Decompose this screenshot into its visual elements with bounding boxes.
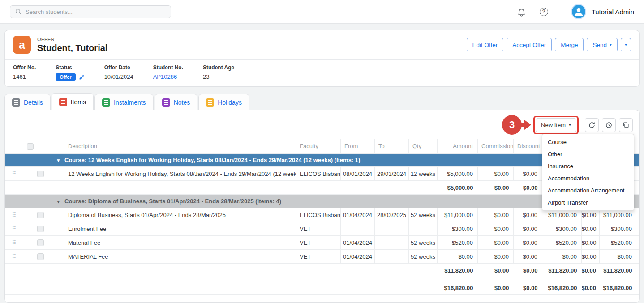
row-checkbox[interactable] <box>37 212 44 218</box>
chevron-down-icon: ▾ <box>569 123 571 127</box>
item-commission: $0.00 <box>478 250 514 264</box>
search-input[interactable] <box>26 9 166 15</box>
more-actions-button[interactable]: ▾ <box>621 38 631 51</box>
drag-handle-icon[interactable]: ⠿ <box>12 170 16 177</box>
top-bar: ? Tutorial Admin <box>0 0 644 24</box>
avatar[interactable] <box>571 4 586 19</box>
item-description: MATERIAL Fee <box>58 250 296 264</box>
student-number-field: Student No. AP10286 <box>153 64 183 81</box>
collapse-group-icon[interactable]: ▾ <box>57 199 60 204</box>
col-qty: Qty <box>409 139 438 154</box>
search-box[interactable] <box>10 5 171 18</box>
subtotal-commission: $0.00 <box>478 181 514 195</box>
copy-button[interactable] <box>619 118 633 132</box>
menu-item-course[interactable]: Course <box>542 136 634 148</box>
menu-item-insurance[interactable]: Insurance <box>542 160 634 172</box>
tab-instalments[interactable]: Instalments <box>94 94 154 110</box>
accept-offer-button[interactable]: Accept Offer <box>507 38 552 51</box>
search-icon <box>15 8 22 15</box>
item-to-date <box>375 236 409 250</box>
item-from-date: 08/01/2024 <box>341 167 375 181</box>
item-qty <box>409 222 438 236</box>
chevron-down-icon: ▾ <box>610 43 612 47</box>
drag-handle-icon[interactable]: ⠿ <box>12 211 16 218</box>
help-button[interactable]: ? <box>538 6 550 18</box>
items-panel: 3 New Item ▾ Course Othe <box>4 110 640 303</box>
notifications-button[interactable] <box>515 5 528 18</box>
chevron-down-icon: ▾ <box>625 43 627 47</box>
drag-handle-icon[interactable]: ⠿ <box>12 239 16 246</box>
student-number-label: Student No. <box>153 64 183 71</box>
grand-total-total: $16,820.00 <box>600 281 639 295</box>
item-qty: 52 weeks <box>409 236 438 250</box>
subtotal-discount: $0.00 <box>514 264 542 277</box>
tab-holidays[interactable]: Holidays <box>198 94 249 110</box>
item-description: Diploma of Business, Starts 01/Apr/2024 … <box>58 208 296 222</box>
drag-handle-icon[interactable]: ⠿ <box>12 253 16 260</box>
new-item-menu: Course Other Insurance Accommodation Acc… <box>542 134 634 211</box>
merge-button[interactable]: Merge <box>555 38 584 51</box>
select-all-checkbox[interactable] <box>27 143 34 150</box>
group-subtotal-row: $11,820.00 $0.00 $0.00 $11,820.00 $0.00 … <box>5 264 639 277</box>
grand-total-commission: $0.00 <box>478 281 514 295</box>
details-icon <box>12 98 20 107</box>
history-icon <box>605 121 613 129</box>
item-discount: $0.00 <box>514 222 542 236</box>
tab-details-label: Details <box>24 99 43 106</box>
new-item-label: New Item <box>541 122 566 128</box>
subtotal-net: $11,820.00 <box>542 264 582 277</box>
offer-title: Student, Tutorial <box>37 43 107 53</box>
item-from-date: 01/04/2024 <box>341 236 375 250</box>
row-checkbox[interactable] <box>37 171 44 177</box>
row-checkbox[interactable] <box>37 253 44 260</box>
tab-notes[interactable]: Notes <box>155 94 198 110</box>
offer-number-field: Offer No. 1461 <box>13 64 36 81</box>
subtotal-discount: $0.00 <box>514 181 542 195</box>
menu-item-airport-transfer[interactable]: Airport Transfer <box>542 196 634 209</box>
item-discount: $0.00 <box>514 250 542 264</box>
tab-details[interactable]: Details <box>4 94 51 110</box>
drag-handle-icon[interactable]: ⠿ <box>12 225 16 232</box>
history-button[interactable] <box>602 118 616 132</box>
app-logo-icon: a <box>13 36 31 54</box>
row-checkbox[interactable] <box>37 239 44 246</box>
copy-icon <box>622 121 630 129</box>
annotation-arrow <box>521 123 524 127</box>
col-from: From <box>341 139 375 154</box>
new-item-button[interactable]: New Item ▾ <box>536 118 576 132</box>
item-description: Enrolment Fee <box>58 222 296 236</box>
col-discount: Discount <box>514 139 542 154</box>
item-from-date <box>341 222 375 236</box>
edit-offer-button[interactable]: Edit Offer <box>467 38 504 51</box>
item-gst: $0.00 <box>582 222 600 236</box>
refresh-button[interactable] <box>585 118 599 132</box>
help-icon: ? <box>540 8 548 16</box>
send-button-label: Send <box>592 42 607 48</box>
collapse-group-icon[interactable]: ▾ <box>57 158 60 163</box>
send-button[interactable]: Send ▾ <box>587 38 618 51</box>
item-gst: $0.00 <box>582 236 600 250</box>
subtotal-commission: $0.00 <box>478 264 514 277</box>
subtotal-amount: $5,000.00 <box>438 181 478 195</box>
tab-instalments-label: Instalments <box>114 99 146 106</box>
offer-date-value: 10/01/2024 <box>104 73 133 80</box>
col-drag <box>5 139 23 154</box>
student-age-field: Student Age 23 <box>203 64 234 81</box>
tab-items[interactable]: Items <box>52 93 94 110</box>
item-faculty: ELICOS Bisbane <box>296 167 341 181</box>
refresh-icon <box>588 121 596 129</box>
edit-status-icon[interactable] <box>79 74 85 80</box>
item-amount: $11,000.00 <box>438 208 478 222</box>
student-number-link[interactable]: AP10286 <box>153 73 177 80</box>
item-from-date: 01/04/2024 <box>341 208 375 222</box>
group-header-text: Course: 12 Weeks English for Working Hol… <box>64 157 360 163</box>
grand-total-net: $16,820.00 <box>542 281 582 295</box>
item-total: $520.00 <box>600 236 639 250</box>
menu-item-other[interactable]: Other <box>542 148 634 160</box>
offer-date-label: Offer Date <box>104 64 133 71</box>
topbar-divider <box>561 0 561 24</box>
row-checkbox[interactable] <box>37 226 44 232</box>
menu-item-accommodation-arrangement[interactable]: Accommodation Arrangement <box>542 184 634 196</box>
holidays-icon <box>206 98 214 107</box>
menu-item-accommodation[interactable]: Accommodation <box>542 172 634 184</box>
